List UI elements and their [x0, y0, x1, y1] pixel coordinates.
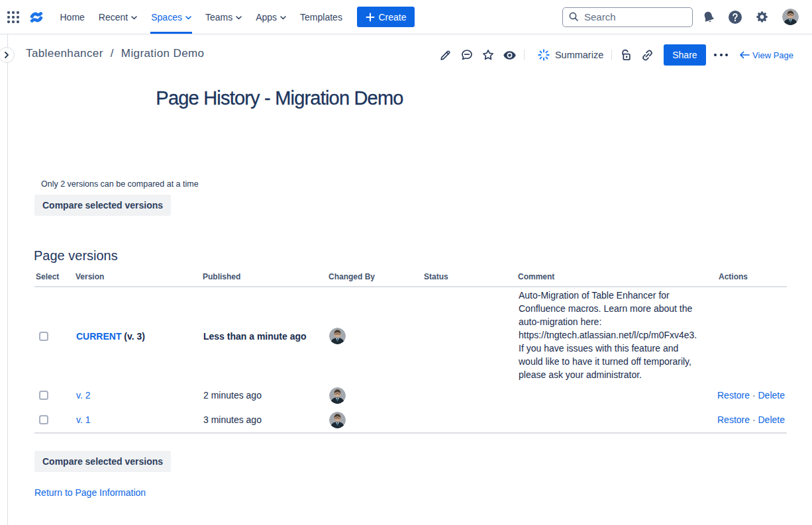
col-header-actions: Actions — [715, 272, 787, 287]
dot — [714, 54, 717, 56]
col-header-comment: Comment — [517, 272, 715, 287]
published-cell: Less than a minute ago — [201, 287, 327, 383]
page-versions-heading: Page versions — [34, 248, 812, 263]
more-actions-button[interactable] — [714, 44, 729, 66]
grid-dot — [7, 21, 10, 23]
changed-by-cell — [327, 287, 423, 383]
bell-icon — [701, 10, 716, 24]
status-cell — [423, 383, 517, 408]
star-icon — [482, 48, 495, 62]
delete-link[interactable]: Delete — [758, 414, 784, 425]
published-cell: 3 minutes ago — [201, 408, 327, 433]
status-cell — [423, 408, 517, 433]
delete-link[interactable]: Delete — [758, 390, 784, 401]
profile-button[interactable] — [780, 7, 801, 28]
view-page-link[interactable]: View Page — [739, 50, 793, 60]
compare-selected-versions-button[interactable]: Compare selected versions — [34, 195, 171, 216]
notifications-button[interactable] — [698, 7, 719, 28]
topnav-right-cluster — [562, 7, 801, 28]
nav-item-recent[interactable]: Recent — [91, 0, 144, 34]
compare-hint: Only 2 versions can be compared at a tim… — [41, 179, 812, 189]
select-cell — [34, 408, 74, 433]
breadcrumb-space[interactable]: Tableenhancer — [26, 47, 103, 60]
table-row: CURRENT (v. 3) Less than a minute ago — [34, 287, 787, 383]
pencil-icon — [439, 49, 452, 62]
version-link[interactable]: CURRENT — [76, 331, 121, 342]
breadcrumb-page[interactable]: Migration Demo — [121, 47, 205, 60]
nav-item-home[interactable]: Home — [53, 0, 91, 34]
nav-item-spaces[interactable]: Spaces — [144, 0, 199, 34]
app-switcher-icon[interactable] — [7, 11, 19, 23]
user-avatar[interactable] — [329, 412, 346, 428]
help-button[interactable] — [725, 7, 746, 28]
sparkle-icon — [538, 49, 550, 61]
copy-link-button[interactable] — [637, 44, 659, 66]
select-cell — [34, 287, 74, 383]
select-version-checkbox[interactable] — [39, 332, 48, 341]
col-header-select: Select — [34, 272, 74, 287]
grid-dot — [12, 11, 15, 14]
user-avatar[interactable] — [329, 387, 346, 404]
edit-button[interactable] — [434, 44, 456, 66]
divider — [524, 50, 525, 60]
user-avatar — [782, 9, 799, 25]
restore-link[interactable]: Restore — [717, 414, 750, 425]
question-icon — [728, 10, 742, 24]
arrow-left-icon — [739, 51, 750, 59]
compare-selected-versions-button[interactable]: Compare selected versions — [34, 451, 171, 472]
grid-dot — [17, 21, 19, 23]
favourite-button[interactable] — [478, 44, 499, 66]
create-button[interactable]: Create — [357, 7, 415, 27]
version-number: (v. 3) — [121, 331, 145, 342]
search-input[interactable] — [584, 11, 677, 23]
select-version-checkbox[interactable] — [39, 391, 48, 400]
page-versions-table: Select Version Published Changed By Stat… — [34, 272, 787, 434]
breadcrumb-separator: / — [111, 47, 114, 60]
status-cell — [423, 287, 517, 383]
nav-item-label: Home — [60, 12, 85, 23]
nav-item-templates[interactable]: Templates — [293, 0, 350, 34]
comment-cell: Auto-Migration of Table Enhancer for Con… — [517, 287, 715, 383]
version-cell: CURRENT (v. 3) — [74, 287, 201, 383]
comments-button[interactable] — [456, 44, 478, 66]
grid-dot — [7, 16, 10, 19]
user-avatar[interactable] — [329, 328, 346, 344]
table-header-row: Select Version Published Changed By Stat… — [34, 272, 787, 287]
chevron-right-icon — [3, 52, 10, 58]
comment-cell — [517, 383, 715, 408]
version-cell: v. 1 — [74, 408, 201, 433]
grid-dot — [17, 11, 19, 14]
actions-cell — [715, 287, 787, 383]
table-head: Select Version Published Changed By Stat… — [34, 272, 787, 287]
version-link[interactable]: v. 1 — [76, 414, 91, 425]
nav-item-label: Teams — [205, 12, 232, 23]
grid-dot — [7, 11, 10, 14]
restore-link[interactable]: Restore — [717, 390, 750, 401]
confluence-logo-icon[interactable] — [30, 11, 43, 24]
create-button-label: Create — [378, 12, 406, 23]
col-header-version: Version — [74, 272, 201, 287]
watch-button[interactable] — [499, 44, 521, 66]
search-box[interactable] — [562, 7, 693, 27]
return-to-page-information-link[interactable]: Return to Page Information — [34, 487, 146, 498]
page-header-row: Tableenhancer / Migration Demo — [8, 34, 812, 75]
comment-icon — [460, 48, 474, 62]
nav-item-label: Spaces — [151, 12, 182, 23]
version-link[interactable]: v. 2 — [76, 390, 91, 401]
nav-item-apps[interactable]: Apps — [249, 0, 293, 34]
nav-item-teams[interactable]: Teams — [198, 0, 248, 34]
settings-button[interactable] — [751, 7, 772, 28]
search-icon — [568, 11, 580, 23]
comment-cell — [517, 408, 715, 433]
published-cell: 2 minutes ago — [201, 383, 327, 408]
dot — [725, 54, 728, 56]
select-version-checkbox[interactable] — [39, 415, 48, 424]
link-icon — [640, 48, 654, 62]
chevron-down-icon — [185, 16, 191, 20]
chevron-down-icon — [236, 16, 242, 20]
share-button[interactable]: Share — [664, 44, 705, 66]
restrictions-button[interactable] — [615, 44, 637, 66]
table-row: v. 2 2 minutes ago — [34, 383, 787, 408]
summarize-button[interactable]: Summarize — [528, 49, 608, 61]
nav-item-label: Apps — [256, 12, 277, 23]
